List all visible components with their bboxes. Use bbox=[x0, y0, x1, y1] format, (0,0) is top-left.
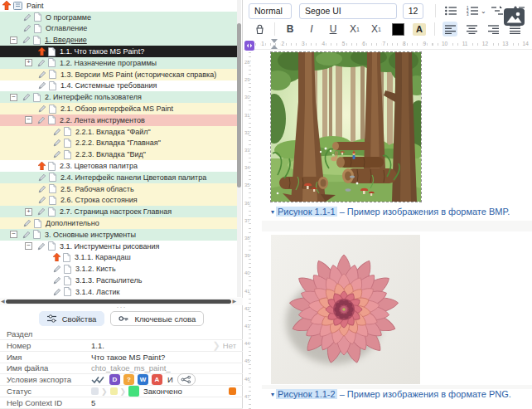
tree-item[interactable]: О программе bbox=[0, 12, 237, 23]
editor-panel: Normal Segoe UI 12 123 ⌄ B I U X1 X1 A bbox=[244, 0, 532, 409]
status-step-gray[interactable] bbox=[91, 387, 99, 395]
expand-icon[interactable]: + bbox=[25, 59, 32, 66]
format-badge-purple[interactable]: D bbox=[109, 374, 120, 385]
tree-item[interactable]: +1.2. Назначение программы bbox=[0, 57, 237, 69]
underline-button[interactable]: U bbox=[326, 22, 341, 37]
tree-item[interactable]: 1.3. Версии MS Paint (историческая справ… bbox=[0, 69, 237, 80]
scrollbar-thumb[interactable] bbox=[237, 23, 241, 187]
format-badge-pdf[interactable]: A bbox=[152, 374, 162, 385]
tree-item[interactable]: −3. Основные инструменты bbox=[0, 229, 237, 241]
tree-item[interactable]: −2. Интерфейс пользователя bbox=[0, 91, 237, 103]
bullet-list-button[interactable] bbox=[443, 3, 458, 18]
scroll-right-icon[interactable]: ▶ bbox=[232, 298, 236, 305]
up-arrow-icon bbox=[2, 1, 11, 10]
filename-field[interactable]: chto_takoe_ms_paint_ bbox=[91, 363, 243, 372]
export-rules-button[interactable] bbox=[177, 373, 196, 386]
paragraph-style-select[interactable]: Normal bbox=[249, 3, 292, 19]
document-icon bbox=[63, 253, 70, 262]
numbered-list-button[interactable]: 123 bbox=[465, 3, 480, 18]
paint-bucket-icon[interactable] bbox=[252, 22, 267, 37]
tree-item[interactable]: 2.6. Строка состояния bbox=[0, 195, 237, 207]
figure-caption[interactable]: ▾Рисунок 1.1-1–Пример изображения в форм… bbox=[271, 207, 510, 217]
pencil-icon bbox=[38, 81, 46, 90]
tree-item[interactable]: 2.2.2. Вкладка "Главная" bbox=[0, 138, 237, 149]
document-icon bbox=[48, 162, 56, 171]
document-icon bbox=[64, 127, 71, 136]
tree-item[interactable]: −1. Введение bbox=[0, 34, 237, 46]
font-size-select[interactable]: 12 bbox=[403, 3, 423, 19]
status-flag[interactable] bbox=[229, 387, 236, 395]
bold-button[interactable]: B bbox=[283, 22, 297, 37]
tree-item[interactable]: 3.1.3. Распылитель bbox=[0, 275, 237, 286]
scroll-left-icon[interactable]: ◀ bbox=[1, 298, 5, 305]
double-check-icon[interactable] bbox=[91, 375, 104, 384]
tree-item[interactable]: −3.1. Инструменты рисования bbox=[0, 241, 237, 252]
tree-item[interactable]: 3.1.4. Ластик bbox=[0, 286, 237, 298]
tree-item[interactable]: −2.2. Лента инструментов bbox=[0, 114, 237, 126]
document-icon bbox=[48, 241, 56, 251]
align-right-button[interactable] bbox=[486, 22, 501, 37]
numbering-style-value[interactable]: ❯Нет bbox=[213, 340, 236, 351]
tree-item[interactable]: 2.4. Интерфейс панели Цветовая палитра bbox=[0, 172, 237, 183]
tree-item-label: 1.2. Назначение программы bbox=[58, 59, 157, 67]
figure-dahlia-image[interactable] bbox=[271, 235, 420, 384]
tree-item-label: 2. Интерфейс пользователя bbox=[43, 93, 142, 101]
status-step-yellow[interactable] bbox=[110, 387, 118, 395]
multilevel-list-button[interactable] bbox=[490, 3, 505, 18]
figure-forest-image[interactable] bbox=[271, 52, 421, 202]
collapse-icon[interactable]: − bbox=[10, 231, 17, 238]
tree-item[interactable]: 1.1. Что такое MS Paint? bbox=[0, 46, 237, 57]
ruler-number: 14 bbox=[522, 41, 530, 46]
number-field[interactable]: 1.1. ❯Нет bbox=[91, 340, 243, 351]
pencil-icon bbox=[37, 59, 46, 67]
status-step-green[interactable] bbox=[128, 386, 139, 397]
collapse-icon[interactable]: − bbox=[25, 116, 32, 124]
caption-dropdown-icon[interactable]: ▾ bbox=[271, 208, 274, 216]
format-badge-help[interactable]: ? bbox=[123, 374, 134, 385]
font-color-swatch[interactable] bbox=[390, 22, 405, 37]
document-icon bbox=[48, 47, 56, 56]
subscript-button[interactable]: X1 bbox=[347, 22, 362, 37]
tree-item[interactable]: 3.1.1. Карандаш bbox=[0, 252, 237, 264]
tree-item[interactable]: Дополнительно bbox=[0, 217, 237, 229]
collapse-icon[interactable]: − bbox=[10, 37, 17, 44]
export-and-label: И bbox=[167, 375, 173, 384]
property-row-status: Статус ❯ ❯ Закончено bbox=[0, 386, 243, 397]
align-left-button[interactable] bbox=[443, 22, 457, 37]
ruler-number: 31 bbox=[244, 113, 250, 118]
align-center-button[interactable] bbox=[464, 22, 479, 37]
tree-item[interactable]: 2.3. Цветовая палитра bbox=[0, 160, 237, 172]
chevron-down-icon[interactable]: ⌄ bbox=[481, 7, 486, 15]
expand-icon[interactable]: + bbox=[25, 208, 32, 216]
collapse-icon[interactable]: − bbox=[10, 94, 17, 101]
caption-dropdown-icon[interactable]: ▾ bbox=[271, 391, 274, 398]
help-context-id-field[interactable]: 5 bbox=[91, 398, 243, 407]
panel-splitter[interactable]: ··· bbox=[0, 305, 243, 311]
insert-image-button[interactable] bbox=[504, 8, 525, 26]
property-row-section[interactable]: Раздел bbox=[0, 329, 243, 340]
tree-item[interactable]: Оглавление bbox=[0, 23, 237, 35]
figure-caption[interactable]: ▾Рисунок 1.1-2–Пример изображения в форм… bbox=[271, 389, 511, 399]
ruler-number: 29 bbox=[244, 77, 250, 82]
font-family-select[interactable]: Segoe UI bbox=[299, 3, 397, 19]
tab-properties[interactable]: Свойства bbox=[39, 311, 105, 326]
up-arrow-icon bbox=[38, 47, 46, 56]
tree-item[interactable]: 3.1.2. Кисть bbox=[0, 263, 237, 275]
tree-item-label: 1. Введение bbox=[43, 36, 87, 44]
format-badge-word[interactable]: W bbox=[138, 374, 148, 385]
tree-item[interactable]: 2.2.3. Вкладка "Вид" bbox=[0, 149, 237, 160]
highlight-color-button[interactable]: A bbox=[412, 22, 427, 37]
tab-keywords[interactable]: Ключевые слова bbox=[110, 311, 204, 326]
tree-item[interactable]: 2.5. Рабочая область bbox=[0, 183, 237, 195]
italic-button[interactable]: I bbox=[304, 22, 319, 37]
superscript-button[interactable]: X1 bbox=[369, 22, 384, 37]
tree-item[interactable]: 2.2.1. Вкладка "Файл" bbox=[0, 126, 237, 138]
name-field[interactable]: Что такое MS Paint? bbox=[91, 353, 243, 362]
tree-item[interactable]: +2.7. Страница настроек Главная bbox=[0, 206, 237, 217]
tree-item[interactable]: 1.4. Системные требования bbox=[0, 80, 237, 92]
document-canvas[interactable]: ▾Рисунок 1.1-1–Пример изображения в форм… bbox=[255, 50, 532, 409]
tree-root-item[interactable]: Paint bbox=[0, 0, 237, 12]
tree-vertical-scrollbar[interactable] bbox=[237, 0, 241, 297]
tree-item[interactable]: 2.1. Обзор интерфейса MS Paint bbox=[0, 103, 237, 114]
collapse-icon[interactable]: − bbox=[25, 242, 32, 250]
